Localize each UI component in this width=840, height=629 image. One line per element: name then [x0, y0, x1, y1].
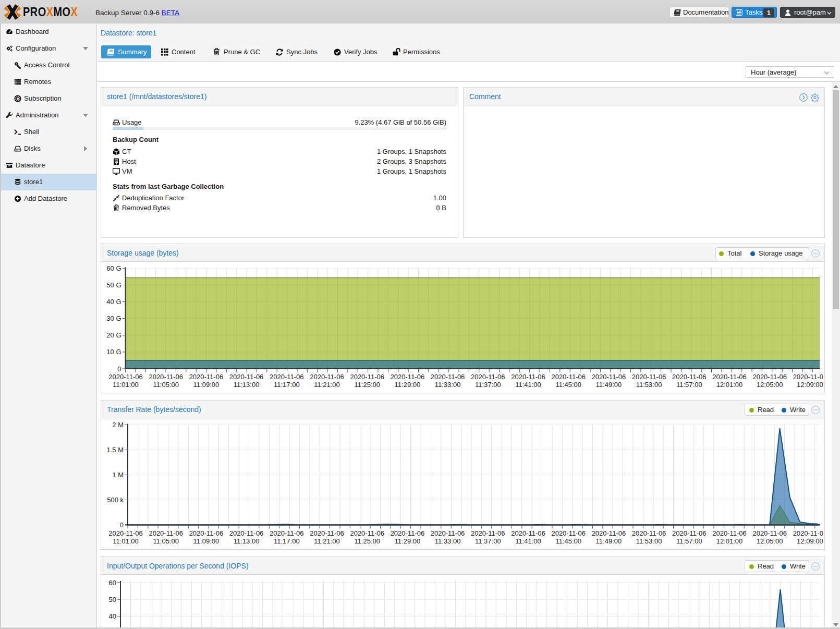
svg-text:11:09:00: 11:09:00 [193, 537, 220, 545]
svg-text:2020-11-06: 2020-11-06 [672, 529, 707, 537]
svg-text:1 M: 1 M [112, 471, 124, 479]
svg-text:11:01:00: 11:01:00 [113, 537, 139, 545]
svg-text:50: 50 [109, 596, 116, 603]
svg-text:2020-11-06: 2020-11-06 [431, 529, 465, 537]
svg-text:2020-11-06: 2020-11-06 [471, 529, 505, 537]
svg-text:11:21:00: 11:21:00 [314, 381, 340, 389]
svg-text:11:45:00: 11:45:00 [555, 381, 581, 389]
svg-text:2020-11-06: 2020-11-06 [310, 529, 344, 537]
svg-text:2020-11-06: 2020-11-06 [793, 373, 827, 381]
svg-text:40 G: 40 G [106, 298, 121, 306]
svg-text:11:01:00: 11:01:00 [113, 381, 139, 389]
svg-text:60: 60 [109, 579, 116, 587]
svg-text:11:17:00: 11:17:00 [274, 537, 300, 545]
svg-text:1.5 M: 1.5 M [106, 446, 124, 454]
svg-text:2020-11-06: 2020-11-06 [350, 373, 384, 381]
svg-text:60 G: 60 G [106, 264, 121, 272]
svg-text:12:01:00: 12:01:00 [716, 537, 743, 545]
svg-text:11:57:00: 11:57:00 [676, 381, 702, 389]
svg-text:11:45:00: 11:45:00 [555, 537, 581, 545]
svg-text:11:21:00: 11:21:00 [314, 537, 340, 545]
svg-text:11:29:00: 11:29:00 [395, 381, 421, 389]
svg-text:2020-11-06: 2020-11-06 [149, 529, 183, 537]
svg-text:2020-11-06: 2020-11-06 [391, 529, 425, 537]
svg-text:11:41:00: 11:41:00 [515, 537, 541, 545]
svg-text:11:13:00: 11:13:00 [234, 537, 260, 545]
svg-text:2020-11-06: 2020-11-06 [391, 373, 425, 381]
svg-text:2020-11-06: 2020-11-06 [793, 529, 827, 537]
svg-text:2020-11-06: 2020-11-06 [431, 373, 465, 381]
svg-text:11:37:00: 11:37:00 [475, 537, 501, 545]
svg-text:12:09:00: 12:09:00 [797, 381, 823, 389]
svg-text:11:49:00: 11:49:00 [596, 537, 622, 545]
svg-text:20 G: 20 G [106, 331, 121, 339]
svg-text:2020-11-06: 2020-11-06 [632, 529, 666, 537]
svg-text:2020-11-06: 2020-11-06 [592, 529, 626, 537]
svg-text:11:57:00: 11:57:00 [676, 537, 702, 545]
svg-text:2020-11-06: 2020-11-06 [229, 373, 264, 381]
svg-text:2020-11-06: 2020-11-06 [551, 373, 586, 381]
svg-text:40: 40 [109, 612, 116, 620]
svg-text:11:53:00: 11:53:00 [636, 537, 662, 545]
svg-text:2020-11-06: 2020-11-06 [752, 373, 787, 381]
svg-text:2020-11-06: 2020-11-06 [592, 373, 626, 381]
svg-text:2020-11-06: 2020-11-06 [189, 529, 224, 537]
svg-text:11:49:00: 11:49:00 [596, 381, 622, 389]
svg-text:11:41:00: 11:41:00 [515, 381, 541, 389]
svg-text:11:33:00: 11:33:00 [435, 381, 461, 389]
svg-text:2020-11-06: 2020-11-06 [672, 373, 707, 381]
svg-text:500 k: 500 k [107, 496, 124, 504]
svg-text:2020-11-06: 2020-11-06 [270, 373, 304, 381]
svg-text:11:29:00: 11:29:00 [395, 537, 421, 545]
svg-text:0: 0 [120, 521, 124, 529]
svg-text:2020-11-06: 2020-11-06 [310, 373, 344, 381]
svg-text:11:25:00: 11:25:00 [354, 381, 380, 389]
svg-text:12:09:00: 12:09:00 [797, 537, 823, 545]
svg-text:2020-11-06: 2020-11-06 [752, 529, 787, 537]
svg-text:2020-11-06: 2020-11-06 [471, 373, 505, 381]
svg-text:2020-11-06: 2020-11-06 [511, 529, 545, 537]
svg-text:12:01:00: 12:01:00 [716, 381, 743, 389]
svg-text:2020-11-06: 2020-11-06 [189, 373, 224, 381]
svg-text:11:13:00: 11:13:00 [234, 381, 260, 389]
svg-text:11:53:00: 11:53:00 [636, 381, 662, 389]
svg-text:2020-11-06: 2020-11-06 [712, 529, 747, 537]
svg-text:11:17:00: 11:17:00 [274, 381, 300, 389]
svg-text:2020-11-06: 2020-11-06 [551, 529, 586, 537]
svg-text:11:37:00: 11:37:00 [475, 381, 501, 389]
svg-text:2020-11-06: 2020-11-06 [712, 373, 747, 381]
svg-text:2020-11-06: 2020-11-06 [108, 373, 143, 381]
svg-text:30 G: 30 G [106, 314, 121, 322]
svg-text:2020-11-06: 2020-11-06 [511, 373, 545, 381]
svg-text:2020-11-06: 2020-11-06 [108, 529, 143, 537]
svg-text:2020-11-06: 2020-11-06 [270, 529, 304, 537]
svg-text:2020-11-06: 2020-11-06 [229, 529, 264, 537]
svg-text:12:05:00: 12:05:00 [757, 381, 783, 389]
svg-text:12:05:00: 12:05:00 [757, 537, 783, 545]
svg-text:11:09:00: 11:09:00 [193, 381, 220, 389]
svg-text:11:33:00: 11:33:00 [435, 537, 461, 545]
svg-text:11:25:00: 11:25:00 [354, 537, 380, 545]
svg-text:50 G: 50 G [106, 281, 121, 289]
svg-text:2020-11-06: 2020-11-06 [149, 373, 183, 381]
svg-text:11:05:00: 11:05:00 [153, 381, 179, 389]
svg-text:10 G: 10 G [106, 348, 121, 356]
svg-text:11:05:00: 11:05:00 [153, 537, 179, 545]
svg-text:0: 0 [117, 365, 121, 373]
svg-text:2020-11-06: 2020-11-06 [632, 373, 666, 381]
svg-text:2 M: 2 M [112, 421, 124, 429]
svg-text:2020-11-06: 2020-11-06 [350, 529, 384, 537]
